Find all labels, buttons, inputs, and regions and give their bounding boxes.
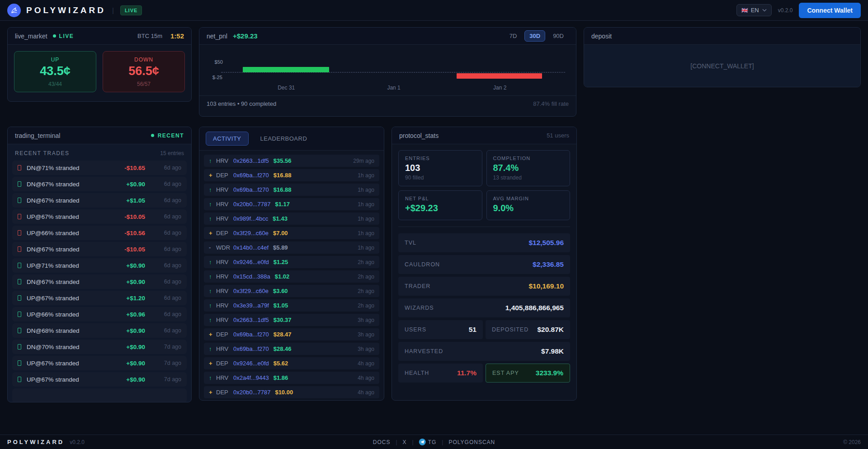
xtick-jan1: Jan 1 — [387, 85, 400, 91]
pnl-bar-negative — [457, 73, 542, 79]
trade-direction-icon — [18, 263, 21, 268]
page-footer: POLYWIZARD v0.2.0 DOCS | X | TG | POLYGO… — [0, 435, 868, 449]
event-address-link[interactable]: 0x2663...1df5 — [233, 317, 269, 323]
trade-row[interactable]: DN@71% stranded -$10.65 6d ago — [12, 161, 187, 175]
event-type: HRV — [216, 201, 232, 208]
event-address-link[interactable]: 0x69ba...f270 — [233, 331, 269, 338]
event-address-link[interactable]: 0x9246...e0fd — [233, 259, 269, 265]
event-address-link[interactable]: 0x3f29...c60e — [233, 230, 269, 236]
trade-time: 6d ago — [153, 165, 181, 171]
header-right: 🇬🇧 EN v0.2.0 Connect Wallet — [736, 3, 861, 18]
language-selector[interactable]: 🇬🇧 EN — [736, 4, 772, 16]
trade-row[interactable]: UP@71% stranded +$0.90 6d ago — [12, 258, 187, 273]
event-address-link[interactable]: 0x69ba...f270 — [233, 172, 269, 179]
trade-row[interactable]: DN@68% stranded +$0.90 6d ago — [12, 323, 187, 338]
activity-row[interactable]: + DEP 0x20b0...7787 $10.00 4h ago — [204, 386, 379, 398]
up-price-card[interactable]: UP 43.5¢ 43/44 — [14, 51, 96, 92]
stat-box: COMPLETION 87.4% 13 stranded — [486, 150, 571, 186]
trade-row[interactable]: DN@67% stranded +$0.90 6d ago — [12, 177, 187, 191]
event-type: HRV — [216, 157, 232, 164]
activity-row[interactable]: ↑ HRV 0x3f29...c60e $3.60 2h ago — [204, 285, 379, 297]
docs-link[interactable]: DOCS — [373, 439, 391, 445]
users-label: USERS — [405, 326, 426, 333]
stat-box-value: 87.4% — [493, 163, 564, 173]
range-tab-30d[interactable]: 30D — [524, 30, 545, 42]
event-address-link[interactable]: 0x20b0...7787 — [233, 389, 270, 396]
trade-row[interactable]: UP@67% stranded +$0.90 7d ago — [12, 356, 187, 370]
trade-name: DN@67% stranded — [27, 246, 113, 253]
activity-row[interactable]: ↑ HRV 0x20b0...7787 $1.17 1h ago — [204, 198, 379, 210]
event-address-link[interactable]: 0x989f...4bcc — [233, 215, 268, 222]
market-pair-label: BTC 15m — [137, 33, 162, 39]
deposit-body: [CONNECT_WALLET] — [584, 45, 860, 87]
activity-row[interactable]: + DEP 0x69ba...f270 $28.47 3h ago — [204, 328, 379, 340]
est-apy-stat: EST APY 3233.9% — [486, 364, 570, 383]
trade-row[interactable]: DN@67% stranded +$1.05 6d ago — [12, 193, 187, 208]
trade-row[interactable]: DN@67% stranded +$0.90 6d ago — [12, 274, 187, 289]
trade-row[interactable]: DN@67% stranded -$10.05 6d ago — [12, 242, 187, 256]
activity-row[interactable]: ↑ HRV 0x2a4f...9443 $1.86 4h ago — [204, 372, 379, 384]
telegram-link[interactable]: TG — [419, 439, 437, 445]
up-ratio: 43/44 — [14, 81, 96, 87]
event-time: 3h ago — [358, 331, 374, 338]
activity-row[interactable]: ↑ HRV 0x3e39...a79f $1.05 2h ago — [204, 299, 379, 312]
activity-row[interactable]: + DEP 0x9246...e0fd $5.62 4h ago — [204, 357, 379, 369]
deposit-header: deposit — [584, 28, 860, 45]
event-address-link[interactable]: 0x3f29...c60e — [233, 288, 269, 294]
event-amount: $28.46 — [274, 345, 292, 352]
event-address-link[interactable]: 0x3e39...a79f — [233, 302, 269, 309]
stat-box-grid: ENTRIES 103 90 filled COMPLETION 87.4% 1… — [398, 150, 570, 220]
polygonscan-link[interactable]: POLYGONSCAN — [448, 439, 495, 445]
app-version: v0.2.0 — [778, 7, 793, 14]
footer-separator: | — [396, 439, 397, 445]
event-address-link[interactable]: 0x9246...e0fd — [233, 360, 269, 367]
activity-row[interactable]: ↑ HRV 0x989f...4bcc $1.43 1h ago — [204, 213, 379, 225]
footer-links: DOCS | X | TG | POLYGONSCAN — [373, 439, 495, 445]
tab-activity[interactable]: ACTIVITY — [206, 132, 249, 146]
event-amount: $30.37 — [274, 317, 292, 323]
trade-row[interactable]: UP@67% stranded +$1.20 6d ago — [12, 291, 187, 305]
entries-summary: 103 entries • 90 completed — [207, 100, 276, 107]
range-tab-7d[interactable]: 7D — [505, 30, 522, 42]
event-address-link[interactable]: 0x2663...1df5 — [233, 157, 269, 164]
tab-leaderboard[interactable]: LEADERBOARD — [253, 132, 315, 146]
event-address-link[interactable]: 0x69ba...f270 — [233, 186, 269, 193]
trade-row[interactable]: DN@70% stranded +$0.90 7d ago — [12, 340, 187, 354]
activity-row[interactable]: ↑ HRV 0x2663...1df5 $35.56 29m ago — [204, 155, 379, 167]
trade-direction-icon — [18, 360, 21, 366]
range-tab-90d[interactable]: 90D — [548, 30, 569, 42]
harvested-stat: HARVESTED $7.98K — [398, 342, 570, 361]
activity-row[interactable]: + DEP 0x69ba...f270 $16.88 1h ago — [204, 169, 379, 181]
event-type-icon: ↑ — [209, 302, 216, 309]
activity-row[interactable]: ↑ HRV 0x15cd...388a $1.02 2h ago — [204, 270, 379, 283]
event-address-link[interactable]: 0x14b0...c4ef — [233, 244, 269, 251]
trade-list: DN@71% stranded -$10.65 6d ago DN@67% st… — [8, 161, 191, 387]
footer-logo: POLYWIZARD — [7, 439, 64, 445]
x-link[interactable]: X — [403, 439, 407, 445]
event-type: HRV — [216, 374, 232, 381]
event-amount: $1.86 — [274, 374, 288, 381]
event-type-icon: ↑ — [209, 288, 216, 294]
event-time: 3h ago — [358, 317, 374, 323]
event-address-link[interactable]: 0x2a4f...9443 — [233, 374, 269, 381]
trade-row[interactable]: UP@66% stranded +$0.96 6d ago — [12, 307, 187, 321]
activity-row[interactable]: ↑ HRV 0x69ba...f270 $28.46 3h ago — [204, 343, 379, 355]
down-price-card[interactable]: DOWN 56.5¢ 56/57 — [103, 51, 185, 92]
trade-row[interactable]: UP@67% stranded +$0.90 7d ago — [12, 372, 187, 387]
trade-row[interactable]: UP@67% stranded -$10.05 6d ago — [12, 209, 187, 224]
activity-row[interactable]: ↑ HRV 0x69ba...f270 $16.88 1h ago — [204, 184, 379, 196]
event-address-link[interactable]: 0x15cd...388a — [233, 273, 270, 280]
connect-wallet-button[interactable]: Connect Wallet — [799, 3, 861, 18]
event-address-link[interactable]: 0x20b0...7787 — [233, 201, 270, 208]
activity-row[interactable]: - WDR 0x14b0...c4ef $5.89 1h ago — [204, 241, 379, 254]
stat-box: NET P&L +$29.23 — [398, 190, 482, 220]
net-pnl-header: net_pnl +$29.23 7D 30D 90D — [199, 28, 576, 45]
event-address-link[interactable]: 0x69ba...f270 — [233, 345, 269, 352]
event-type: DEP — [216, 331, 232, 338]
trade-row[interactable]: UP@66% stranded -$10.56 6d ago — [12, 226, 187, 240]
activity-row[interactable]: ↑ HRV 0x2663...1df5 $30.37 3h ago — [204, 314, 379, 326]
activity-row[interactable]: + DEP 0x3f29...c60e $7.00 1h ago — [204, 227, 379, 239]
trade-time: 6d ago — [153, 327, 181, 334]
activity-row[interactable]: ↑ HRV 0x9246...e0fd $1.25 2h ago — [204, 256, 379, 268]
ytick-neg25: $-25 — [212, 75, 222, 80]
